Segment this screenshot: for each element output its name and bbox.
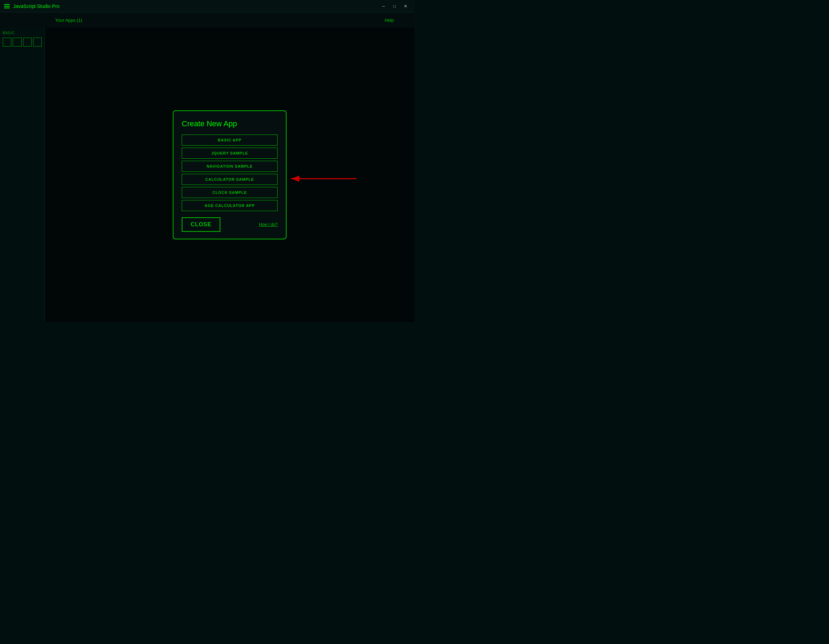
content-area: BASIC Create New App BASIC APP JQUERY SA… [0,28,414,322]
basic-app-button[interactable]: BASIC APP [182,134,277,145]
sidebar-item-2[interactable] [13,38,21,47]
navigation-sample-button[interactable]: NAVIGATION SAMPLE [182,161,277,172]
clock-sample-button[interactable]: CLOCK SAMPLE [182,187,277,198]
red-arrow-annotation [288,174,364,184]
modal-title: Create New App [182,119,277,128]
title-bar-left: JavaScript Studio Pro [4,3,60,9]
sidebar-section-label: BASIC [3,31,42,35]
main-content: Create New App BASIC APP JQUERY SAMPLE N… [45,28,414,322]
modal-footer: CLOSE How I do? [182,217,277,232]
sidebar-item-4[interactable] [33,38,42,47]
help-link[interactable]: Help [385,17,394,23]
modal-overlay: Create New App BASIC APP JQUERY SAMPLE N… [45,28,414,322]
minimize-button[interactable]: ─ [379,3,388,9]
nav-bar: Your Apps (1) Help [0,13,414,28]
hamburger-icon[interactable] [4,4,9,8]
sidebar: BASIC [0,28,45,322]
maximize-button[interactable]: □ [390,3,399,9]
close-window-button[interactable]: ✕ [401,3,410,9]
app-options-list: BASIC APP JQUERY SAMPLE NAVIGATION SAMPL… [182,134,277,211]
sidebar-items [3,38,42,47]
create-new-app-dialog: Create New App BASIC APP JQUERY SAMPLE N… [173,110,287,239]
calculator-sample-button[interactable]: CALCULATOR SAMPLE [182,174,277,185]
age-calculator-button[interactable]: AGE CALCULATOR APP [182,200,277,211]
how-i-do-link[interactable]: How I do? [259,222,277,227]
app-title: JavaScript Studio Pro [13,3,60,9]
sidebar-item-1[interactable] [3,38,11,47]
sidebar-item-3[interactable] [23,38,32,47]
jquery-sample-button[interactable]: JQUERY SAMPLE [182,148,277,159]
window-controls: ─ □ ✕ [379,3,410,9]
title-bar: JavaScript Studio Pro ─ □ ✕ [0,0,414,13]
your-apps-link[interactable]: Your Apps (1) [55,17,82,23]
close-button[interactable]: CLOSE [182,217,221,232]
